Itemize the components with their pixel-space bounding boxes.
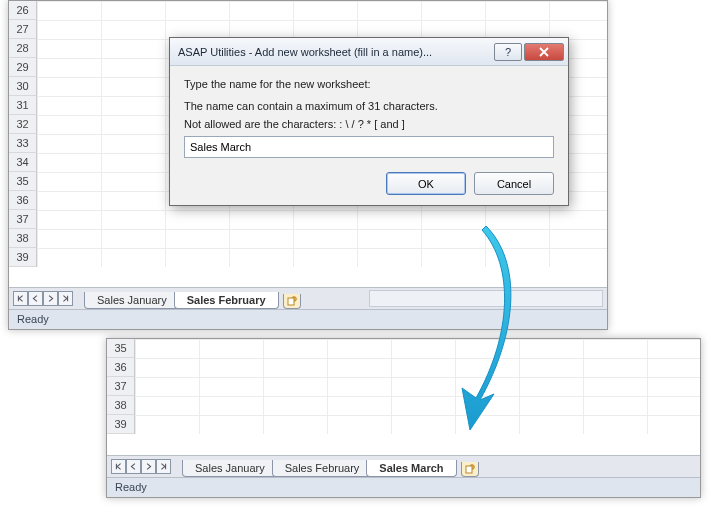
nav-prev-icon[interactable] [126,459,141,474]
sheet-nav-buttons [111,459,171,474]
nav-prev-icon[interactable] [28,291,43,306]
help-icon: ? [505,46,511,58]
worksheet-tab-strip: Sales JanuarySales FebruarySales March [107,455,700,477]
row-header[interactable]: 35 [107,339,135,358]
dialog-rule-maxchars: The name can contain a maximum of 31 cha… [184,100,554,112]
row-header[interactable]: 35 [9,172,37,191]
worksheet-tab[interactable]: Sales February [272,460,373,477]
dialog-rule-chars: Not allowed are the characters: : \ / ? … [184,118,554,130]
row-header[interactable]: 30 [9,77,37,96]
status-text: Ready [115,481,147,493]
row-header[interactable]: 34 [9,153,37,172]
dialog-titlebar[interactable]: ASAP Utilities - Add new worksheet (fill… [170,38,568,66]
svg-rect-3 [466,466,472,473]
nav-first-icon[interactable] [111,459,126,474]
worksheet-tab[interactable]: Sales March [366,460,456,477]
close-icon [538,47,550,57]
cancel-button[interactable]: Cancel [474,172,554,195]
row-header[interactable]: 38 [107,396,135,415]
status-bar: Ready [107,477,700,497]
tabs-container: Sales JanuarySales FebruarySales March [182,458,479,477]
dialog-prompt: Type the name for the new worksheet: [184,78,554,90]
row-header[interactable]: 32 [9,115,37,134]
row-header[interactable]: 27 [9,20,37,39]
nav-next-icon[interactable] [141,459,156,474]
row-header[interactable]: 28 [9,39,37,58]
row-header[interactable]: 37 [9,210,37,229]
nav-last-icon[interactable] [58,291,73,306]
screenshot-before: 2627282930313233343536373839 Sales Janua… [8,0,608,330]
row-header[interactable]: 37 [107,377,135,396]
worksheet-tab[interactable]: Sales February [174,292,279,309]
new-sheet-icon[interactable] [461,462,479,477]
worksheet-tab-strip: Sales JanuarySales February [9,287,607,309]
worksheet-name-input[interactable] [184,136,554,158]
status-bar: Ready [9,309,607,329]
row-header[interactable]: 26 [9,1,37,20]
row-header[interactable]: 39 [9,248,37,267]
sheet-nav-buttons [13,291,73,306]
row-header[interactable]: 36 [107,358,135,377]
row-header[interactable]: 39 [107,415,135,434]
tabs-container: Sales JanuarySales February [84,290,301,309]
svg-rect-1 [288,298,294,305]
row-header[interactable]: 38 [9,229,37,248]
row-header[interactable]: 33 [9,134,37,153]
nav-first-icon[interactable] [13,291,28,306]
dialog-title: ASAP Utilities - Add new worksheet (fill… [178,46,492,58]
dialog-body: Type the name for the new worksheet: The… [170,66,568,205]
nav-next-icon[interactable] [43,291,58,306]
help-button[interactable]: ? [494,43,522,61]
close-button[interactable] [524,43,564,61]
row-header[interactable]: 29 [9,58,37,77]
row-header[interactable]: 31 [9,96,37,115]
add-worksheet-dialog: ASAP Utilities - Add new worksheet (fill… [169,37,569,206]
worksheet-tab[interactable]: Sales January [182,460,278,477]
nav-last-icon[interactable] [156,459,171,474]
row-header[interactable]: 36 [9,191,37,210]
ok-button[interactable]: OK [386,172,466,195]
new-sheet-icon[interactable] [283,294,301,309]
worksheet-tab[interactable]: Sales January [84,292,180,309]
horizontal-scrollbar[interactable] [369,290,603,307]
screenshot-after: 3536373839 Sales JanuarySales FebruarySa… [106,338,701,498]
cell-grid[interactable] [135,339,700,434]
status-text: Ready [17,313,49,325]
